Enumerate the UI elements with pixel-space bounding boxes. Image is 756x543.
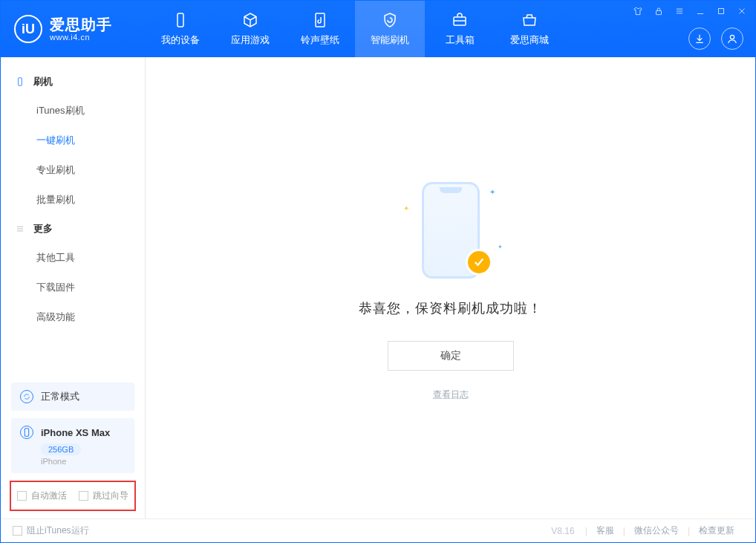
sparkle-icon: ✦: [498, 244, 503, 250]
toolbox-icon: [450, 11, 469, 29]
confirm-button[interactable]: 确定: [388, 341, 514, 371]
nav-tab-label: 铃声壁纸: [301, 33, 339, 47]
maximize-icon[interactable]: [715, 5, 727, 17]
sidebar: 刷机 iTunes刷机 一键刷机 专业刷机 批量刷机 更多 其他工具 下载固件 …: [1, 57, 146, 518]
body: 刷机 iTunes刷机 一键刷机 专业刷机 批量刷机 更多 其他工具 下载固件 …: [1, 57, 755, 518]
checkbox-icon: [17, 491, 27, 501]
sidebar-item-advanced-features[interactable]: 高级功能: [1, 302, 145, 332]
nav-tab-toolbox[interactable]: 工具箱: [425, 1, 495, 57]
device-mode-label: 正常模式: [41, 390, 79, 403]
main-content: ✦ ✦ ✦ 恭喜您，保资料刷机成功啦！ 确定 查看日志: [146, 57, 755, 518]
view-log-link[interactable]: 查看日志: [433, 388, 469, 401]
device-icon: [20, 426, 33, 439]
check-badge-icon: [466, 249, 492, 276]
checkbox-label: 自动激活: [31, 490, 67, 502]
sidebar-item-other-tools[interactable]: 其他工具: [1, 243, 145, 273]
refresh-icon: [20, 390, 33, 403]
success-illustration: ✦ ✦ ✦: [377, 175, 525, 286]
sidebar-group-label: 更多: [33, 222, 53, 235]
logo-badge-icon: iU: [14, 15, 42, 43]
menu-icon[interactable]: [674, 5, 685, 17]
footer-link-support[interactable]: 客服: [587, 524, 623, 537]
sidebar-item-one-click-flash[interactable]: 一键刷机: [1, 126, 145, 155]
nav-tab-label: 我的设备: [161, 33, 200, 47]
svg-rect-4: [719, 9, 724, 14]
success-message: 恭喜您，保资料刷机成功啦！: [359, 299, 542, 317]
music-file-icon: [310, 11, 330, 29]
device-mode-card[interactable]: 正常模式: [11, 383, 134, 411]
nav-tab-my-device[interactable]: 我的设备: [146, 1, 215, 57]
sparkle-icon: ✦: [489, 188, 495, 196]
nav-tab-label: 爱思商城: [510, 33, 549, 47]
checkbox-block-itunes[interactable]: 阻止iTunes运行: [13, 524, 89, 537]
device-name: iPhone XS Max: [41, 427, 110, 438]
nav-tab-label: 工具箱: [446, 33, 475, 47]
device-icon: [171, 11, 190, 29]
checkbox-icon: [13, 526, 22, 536]
device-type: iPhone: [41, 457, 126, 466]
svg-rect-7: [25, 429, 28, 437]
shield-refresh-icon: [380, 11, 400, 29]
phone-icon: [14, 76, 26, 88]
nav-tab-label: 智能刷机: [371, 33, 409, 47]
sidebar-item-pro-flash[interactable]: 专业刷机: [1, 155, 145, 185]
nav-tab-apps-games[interactable]: 应用游戏: [215, 1, 285, 57]
sidebar-item-itunes-flash[interactable]: iTunes刷机: [1, 96, 145, 126]
svg-rect-0: [177, 13, 183, 27]
checkbox-auto-activate[interactable]: 自动激活: [17, 490, 67, 502]
cube-icon: [241, 11, 260, 29]
footer-link-check-update[interactable]: 检查更新: [690, 524, 743, 537]
nav-tab-ringtones-wallpapers[interactable]: 铃声壁纸: [285, 1, 355, 57]
svg-rect-3: [656, 10, 662, 14]
sidebar-group-label: 刷机: [33, 75, 53, 88]
device-card[interactable]: iPhone XS Max 256GB iPhone: [11, 418, 134, 473]
brand-url: www.i4.cn: [50, 33, 112, 42]
logo: iU 爱思助手 www.i4.cn: [1, 15, 146, 43]
brand-name: 爱思助手: [50, 16, 112, 33]
checkbox-label: 阻止iTunes运行: [27, 524, 89, 537]
svg-rect-6: [19, 78, 22, 86]
profile-button[interactable]: [721, 27, 743, 50]
nav-tab-smart-flash[interactable]: 智能刷机: [355, 1, 425, 57]
svg-rect-1: [316, 13, 325, 27]
sidebar-item-batch-flash[interactable]: 批量刷机: [1, 185, 145, 215]
footer-link-wechat[interactable]: 微信公众号: [625, 524, 688, 537]
nav-tabs: 我的设备 应用游戏 铃声壁纸 智能刷机 工具箱 爱思商城: [146, 1, 564, 57]
nav-tab-store[interactable]: 爱思商城: [495, 1, 564, 57]
checkbox-skip-guide[interactable]: 跳过向导: [79, 490, 128, 502]
header: iU 爱思助手 www.i4.cn 我的设备 应用游戏 铃声壁纸 智能刷机: [1, 1, 755, 57]
window-controls: [632, 5, 748, 17]
download-button[interactable]: [688, 27, 711, 50]
close-icon[interactable]: [736, 5, 748, 17]
shirt-icon[interactable]: [632, 5, 644, 17]
app-window: iU 爱思助手 www.i4.cn 我的设备 应用游戏 铃声壁纸 智能刷机: [0, 0, 756, 543]
sidebar-group-flash: 刷机: [1, 68, 145, 96]
store-icon: [520, 11, 539, 29]
sidebar-group-more: 更多: [1, 215, 145, 243]
list-icon: [14, 223, 26, 235]
nav-tab-label: 应用游戏: [231, 33, 270, 47]
sidebar-item-download-firmware[interactable]: 下载固件: [1, 273, 145, 302]
lock-icon[interactable]: [653, 5, 665, 17]
footer: 阻止iTunes运行 V8.16 | 客服 | 微信公众号 | 检查更新: [1, 518, 755, 542]
header-actions: [688, 27, 743, 50]
highlighted-options-row: 自动激活 跳过向导: [10, 481, 136, 511]
version-label: V8.16: [551, 526, 574, 536]
checkbox-icon: [79, 491, 88, 501]
device-storage-badge: 256GB: [41, 443, 81, 455]
sparkle-icon: ✦: [403, 204, 409, 212]
checkbox-label: 跳过向导: [93, 490, 128, 502]
svg-point-5: [730, 35, 734, 39]
minimize-icon[interactable]: [694, 5, 706, 17]
